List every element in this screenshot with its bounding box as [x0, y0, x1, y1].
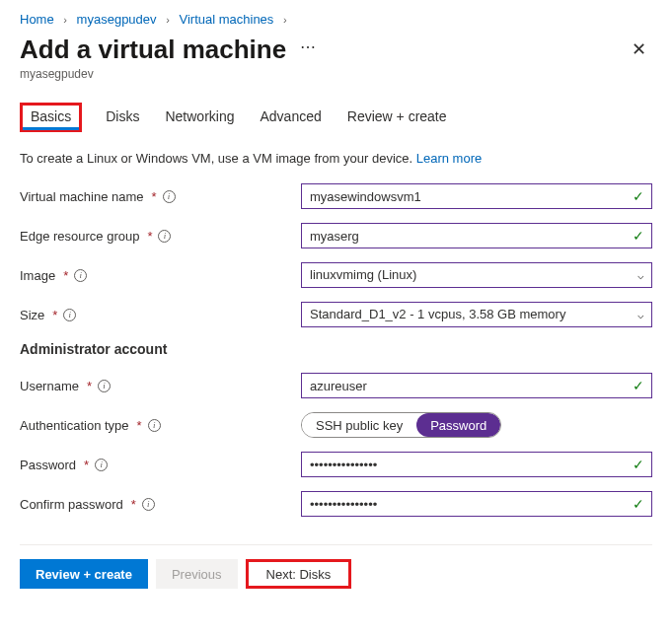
previous-button[interactable]: Previous	[156, 559, 238, 589]
info-icon[interactable]: i	[148, 419, 161, 432]
section-administrator-account: Administrator account	[20, 341, 652, 357]
info-icon[interactable]: i	[98, 380, 111, 392]
info-icon[interactable]: i	[158, 230, 171, 243]
required-icon: *	[152, 189, 157, 204]
label-vm-name: Virtual machine name	[20, 189, 144, 204]
tab-networking[interactable]: Networking	[163, 103, 236, 132]
tab-review[interactable]: Review + create	[345, 103, 449, 132]
info-icon[interactable]: i	[63, 309, 76, 321]
breadcrumb: Home › myasegpudev › Virtual machines ›	[20, 12, 652, 27]
size-select[interactable]: Standard_D1_v2 - 1 vcpus, 3.58 GB memory	[301, 302, 652, 327]
required-icon: *	[137, 418, 142, 433]
chevron-right-icon: ›	[166, 14, 170, 26]
review-create-button[interactable]: Review + create	[20, 559, 148, 589]
breadcrumb-virtual-machines[interactable]: Virtual machines	[179, 12, 273, 27]
label-password: Password	[20, 458, 76, 472]
label-confirm-password: Confirm password	[20, 497, 123, 512]
label-size: Size	[20, 308, 44, 322]
page-title: Add a virtual machine	[20, 35, 286, 65]
required-icon: *	[52, 308, 57, 322]
intro-text: To create a Linux or Windows VM, use a V…	[20, 151, 652, 166]
close-icon[interactable]: ✕	[626, 35, 652, 64]
tab-bar: Basics Disks Networking Advanced Review …	[20, 103, 652, 133]
tab-advanced[interactable]: Advanced	[259, 103, 324, 132]
footer-actions: Review + create Previous Next: Disks	[20, 544, 652, 589]
required-icon: *	[63, 268, 68, 283]
required-icon: *	[147, 229, 152, 244]
tab-basics[interactable]: Basics	[20, 103, 82, 132]
learn-more-link[interactable]: Learn more	[416, 151, 482, 166]
auth-option-ssh[interactable]: SSH public key	[302, 413, 416, 437]
info-icon[interactable]: i	[95, 459, 108, 471]
label-image: Image	[20, 268, 55, 283]
info-icon[interactable]: i	[142, 498, 155, 511]
required-icon: *	[84, 458, 89, 472]
password-input[interactable]	[301, 452, 652, 477]
next-disks-button[interactable]: Next: Disks	[246, 559, 352, 589]
label-username: Username	[20, 379, 79, 393]
info-icon[interactable]: i	[74, 269, 87, 282]
chevron-right-icon: ›	[63, 14, 67, 26]
confirm-password-input[interactable]	[301, 491, 652, 517]
auth-option-password[interactable]: Password	[416, 413, 500, 437]
chevron-right-icon: ›	[283, 14, 287, 26]
label-edge-resource-group: Edge resource group	[20, 229, 139, 244]
username-input[interactable]	[301, 373, 652, 398]
required-icon: *	[87, 379, 92, 393]
vm-name-input[interactable]	[301, 183, 652, 209]
intro-text-content: To create a Linux or Windows VM, use a V…	[20, 151, 416, 166]
page-subtitle: myasegpudev	[20, 67, 652, 81]
authentication-type-toggle: SSH public key Password	[301, 412, 501, 438]
label-authentication-type: Authentication type	[20, 418, 129, 433]
tab-disks[interactable]: Disks	[104, 103, 141, 132]
breadcrumb-resource-group[interactable]: myasegpudev	[77, 12, 157, 27]
breadcrumb-home[interactable]: Home	[20, 12, 54, 27]
image-select[interactable]: linuxvmimg (Linux)	[301, 262, 652, 288]
more-actions-icon[interactable]: ⋯	[300, 38, 316, 55]
edge-resource-group-input[interactable]	[301, 223, 652, 248]
info-icon[interactable]: i	[163, 190, 176, 203]
required-icon: *	[131, 497, 136, 512]
